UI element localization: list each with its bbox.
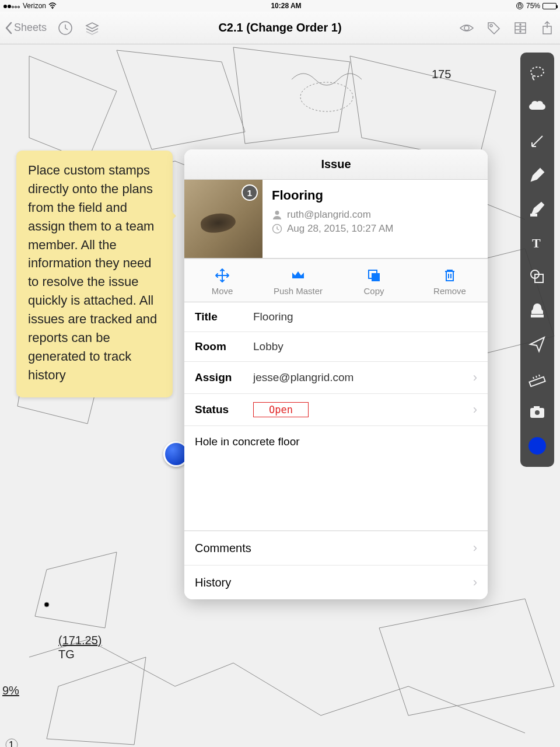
history-row[interactable]: History › (184, 566, 488, 599)
color-dot-icon (528, 437, 546, 455)
battery-icon (542, 3, 556, 9)
wifi-icon (48, 2, 57, 9)
person-icon (272, 210, 282, 220)
svg-line-26 (533, 377, 534, 379)
arrow-tool[interactable] (523, 125, 552, 158)
svg-text:1: 1 (9, 740, 14, 747)
blueprint-label: TG (58, 648, 75, 661)
assign-label: Assign (195, 371, 253, 384)
issue-photo-thumbnail[interactable]: 1 (184, 180, 262, 258)
move-label: Move (184, 286, 260, 296)
lasso-tool[interactable] (523, 57, 552, 90)
remove-label: Remove (412, 286, 488, 296)
svg-point-13 (44, 602, 49, 607)
status-pill: Open (253, 402, 309, 417)
visibility-icon[interactable] (459, 20, 475, 36)
svg-point-10 (520, 31, 521, 32)
svg-point-1 (516, 3, 523, 9)
cloud-tool[interactable] (523, 91, 552, 124)
blueprint-label: 9% (2, 684, 19, 697)
popover-title: Issue (184, 149, 488, 180)
comments-label: Comments (195, 542, 473, 555)
tag-icon[interactable] (485, 20, 502, 36)
assign-row[interactable]: Assign jesse@plangrid.com › (184, 362, 488, 394)
push-master-button[interactable]: Push Master (260, 259, 336, 302)
issue-title: Flooring (272, 188, 393, 203)
svg-point-4 (490, 25, 492, 27)
chevron-right-icon: › (473, 370, 477, 385)
annotation-toolbar: T (520, 53, 554, 467)
remove-button[interactable]: Remove (412, 259, 488, 302)
camera-tool[interactable] (523, 396, 552, 428)
status-time: 10:28 AM (271, 2, 301, 10)
status-row[interactable]: Status Open › (184, 394, 488, 426)
carrier-label: Verizon (23, 2, 46, 10)
color-picker[interactable] (523, 430, 552, 462)
nav-bar: Sheets C2.1 (Change Order 1) (0, 12, 560, 44)
history-icon[interactable] (57, 20, 74, 36)
stamp-tool[interactable] (523, 294, 552, 327)
ruler-tool[interactable] (523, 362, 552, 395)
svg-point-9 (520, 27, 521, 29)
blueprint-label: 175 (432, 68, 451, 81)
move-button[interactable]: Move (184, 259, 260, 302)
copy-icon (336, 267, 412, 284)
svg-line-28 (539, 375, 540, 376)
svg-rect-18 (372, 273, 380, 281)
svg-point-0 (52, 8, 53, 9)
chevron-right-icon: › (473, 540, 477, 556)
shape-tool[interactable] (523, 260, 552, 293)
copy-label: Copy (336, 286, 412, 296)
blueprint-label: (171.25) (58, 634, 102, 647)
assign-value: jesse@plangrid.com (253, 371, 473, 384)
issue-popover: Issue 1 Flooring ruth@plangrid.com Aug 2… (184, 149, 488, 599)
title-label: Title (195, 310, 253, 323)
issue-description[interactable]: Hole in concrete floor (184, 426, 488, 531)
svg-point-19 (531, 67, 544, 76)
svg-text:T: T (532, 236, 541, 250)
back-label: Sheets (14, 22, 47, 34)
svg-point-8 (520, 24, 521, 25)
history-label: History (195, 576, 473, 589)
status-label: Status (195, 403, 253, 416)
highlighter-tool[interactable] (523, 193, 552, 225)
crown-icon (260, 267, 336, 284)
action-row: Move Push Master Copy Remove (184, 259, 488, 302)
room-label: Room (195, 340, 253, 353)
send-tool[interactable] (523, 328, 552, 361)
push-master-label: Push Master (260, 286, 336, 296)
issue-summary: 1 Flooring ruth@plangrid.com Aug 28, 201… (184, 180, 488, 259)
battery-percent: 75% (526, 2, 540, 10)
room-value: Lobby (253, 340, 477, 353)
chevron-right-icon: › (473, 402, 477, 417)
archive-icon[interactable] (512, 20, 528, 36)
title-row[interactable]: Title Flooring (184, 302, 488, 332)
svg-rect-21 (531, 214, 537, 216)
orientation-lock-icon (516, 2, 524, 10)
move-icon (184, 267, 260, 284)
chevron-right-icon: › (473, 575, 477, 590)
svg-point-30 (534, 410, 540, 416)
issue-author: ruth@plangrid.com (287, 209, 371, 221)
clock-icon (272, 224, 282, 234)
back-button[interactable]: Sheets (5, 22, 47, 34)
pencil-tool[interactable] (523, 159, 552, 191)
text-tool[interactable]: T (523, 226, 552, 259)
layers-icon[interactable] (84, 20, 100, 36)
signal-dots-icon (4, 2, 20, 10)
trash-icon (412, 267, 488, 284)
status-bar: Verizon 10:28 AM 75% (0, 0, 560, 12)
room-row[interactable]: Room Lobby (184, 332, 488, 362)
svg-point-3 (464, 26, 469, 30)
svg-rect-25 (529, 377, 545, 386)
tooltip-text: Place custom stamps directly onto the pl… (28, 163, 157, 382)
issue-timestamp: Aug 28, 2015, 10:27 AM (287, 223, 393, 235)
svg-point-12 (300, 82, 353, 111)
comments-row[interactable]: Comments › (184, 531, 488, 566)
title-value: Flooring (253, 310, 477, 323)
svg-line-27 (536, 376, 537, 378)
svg-rect-31 (534, 407, 539, 409)
share-icon[interactable] (539, 20, 555, 36)
copy-button[interactable]: Copy (336, 259, 412, 302)
help-tooltip: Place custom stamps directly onto the pl… (16, 151, 173, 397)
